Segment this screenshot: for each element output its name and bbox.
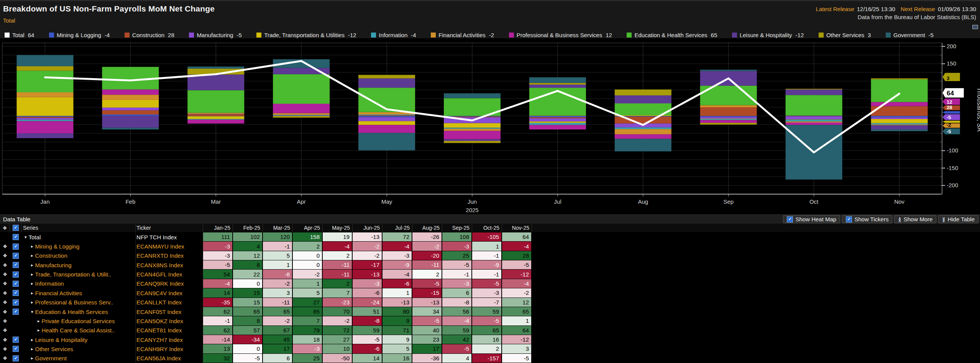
bar-segment[interactable] xyxy=(700,120,757,123)
column-header-ticker[interactable]: Ticker xyxy=(136,224,203,232)
bar-segment[interactable] xyxy=(529,77,586,83)
bar-segment[interactable] xyxy=(529,117,586,118)
series-name[interactable]: Other Services xyxy=(35,346,73,352)
table-row[interactable]: ❖▸Health Care & Social Assist..ECANET81 … xyxy=(0,326,980,335)
bar-segment[interactable] xyxy=(529,85,586,88)
row-checkbox[interactable]: ✓ xyxy=(13,299,19,306)
bar-segment[interactable] xyxy=(786,121,842,123)
bar-segment[interactable] xyxy=(871,117,928,119)
drag-handle-icon[interactable]: ❖ xyxy=(0,354,10,363)
bar-segment[interactable] xyxy=(273,117,330,118)
bar-segment[interactable] xyxy=(529,116,586,118)
bar-segment[interactable] xyxy=(871,102,928,106)
row-checkbox[interactable]: ✓ xyxy=(13,234,19,240)
bar-segment[interactable] xyxy=(786,119,842,120)
bar-segment[interactable] xyxy=(529,88,586,116)
bar-segment[interactable] xyxy=(358,121,415,125)
column-header-month[interactable]: Aug-25 xyxy=(412,224,442,232)
bar-segment[interactable] xyxy=(16,92,73,97)
bar-segment[interactable] xyxy=(700,123,757,125)
bar-segment[interactable] xyxy=(102,108,159,110)
drag-handle-icon[interactable]: ❖ xyxy=(0,270,10,279)
drag-handle-icon[interactable]: ❖ xyxy=(0,251,10,260)
expand-arrow-icon[interactable]: ▸ xyxy=(31,263,33,268)
legend-item[interactable]: Government-5 xyxy=(886,32,934,38)
bar-segment[interactable] xyxy=(187,119,244,120)
bar-segment[interactable] xyxy=(871,129,928,131)
expand-arrow-icon[interactable]: ▸ xyxy=(31,253,33,258)
table-row[interactable]: ❖✓▸InformationECANQ9RK Index-40-212-3-6-… xyxy=(0,279,980,288)
bar-segment[interactable] xyxy=(16,116,73,117)
table-row[interactable]: ❖✓▸Mining & LoggingECANMAYU Index-34-12-… xyxy=(0,242,980,251)
ticker-cell[interactable]: ECANMAYU Index xyxy=(136,242,203,251)
column-header-series[interactable]: Series xyxy=(21,224,136,232)
bar-segment[interactable] xyxy=(358,115,415,116)
table-row[interactable]: ✓▾TotalNFP TCH Index11110212015819-1372-… xyxy=(0,232,980,242)
column-header-month[interactable]: Nov-25 xyxy=(502,224,532,232)
drag-handle-icon[interactable]: ❖ xyxy=(0,242,10,251)
ticker-cell[interactable]: ECANYZH7 Index xyxy=(136,335,203,344)
column-header-month[interactable]: Oct-25 xyxy=(472,224,502,232)
column-header-month[interactable]: Sep-25 xyxy=(442,224,472,232)
bar-segment[interactable] xyxy=(615,129,671,134)
bar-segment[interactable] xyxy=(615,95,671,103)
legend-item[interactable]: Professional & Business Services12 xyxy=(509,32,612,38)
table-row[interactable]: ❖✓▾Education & Health ServicesECANF05T I… xyxy=(0,307,980,316)
ticker-cell[interactable]: ECANRXTD Index xyxy=(136,251,203,260)
bar-segment[interactable] xyxy=(102,114,159,116)
bar-segment[interactable] xyxy=(871,119,928,123)
bar-segment[interactable] xyxy=(358,78,415,88)
series-name[interactable]: Leisure & Hospitality xyxy=(35,337,88,343)
bar-segment[interactable] xyxy=(187,114,244,114)
series-name[interactable]: Trade, Transportation & Utilit.. xyxy=(35,271,112,278)
table-row[interactable]: ❖✓▸ConstructionECANRXTD Index-312502-2-3… xyxy=(0,251,980,260)
legend-item[interactable]: Other Services3 xyxy=(819,32,871,38)
bar-segment[interactable] xyxy=(16,118,73,120)
drag-handle-icon[interactable]: ❖ xyxy=(0,288,10,298)
bar-segment[interactable] xyxy=(871,123,928,125)
bar-segment[interactable] xyxy=(187,90,244,113)
drag-handle-icon[interactable]: ❖ xyxy=(0,316,10,325)
bar-segment[interactable] xyxy=(444,123,501,128)
bar-segment[interactable] xyxy=(700,105,757,107)
bar-segment[interactable] xyxy=(529,118,586,121)
bar-segment[interactable] xyxy=(358,116,415,118)
bar-segment[interactable] xyxy=(16,71,73,92)
table-row[interactable]: ❖✓▸Professional & Business Serv..ECANLLK… xyxy=(0,298,980,307)
drag-handle-icon[interactable]: ❖ xyxy=(0,307,10,316)
column-header-month[interactable]: Feb-25 xyxy=(233,224,263,232)
drag-handle-icon[interactable]: ❖ xyxy=(0,298,10,307)
expand-arrow-icon[interactable]: ▸ xyxy=(31,347,33,352)
table-row[interactable]: ❖✓▸Leisure & HospitalityECANYZH7 Index-1… xyxy=(0,335,980,344)
bar-segment[interactable] xyxy=(102,95,159,100)
expand-arrow-icon[interactable]: ▸ xyxy=(31,272,33,277)
ticker-cell[interactable]: ECAN4GFL Index xyxy=(136,270,203,279)
bar-segment[interactable] xyxy=(102,128,159,130)
legend-item[interactable]: Information-4 xyxy=(371,32,416,38)
table-control-show-more[interactable]: ∧∧Show More xyxy=(894,215,936,223)
bar-segment[interactable] xyxy=(187,116,244,116)
series-name[interactable]: Private Educational Services xyxy=(42,318,115,324)
table-row[interactable]: ❖✓▸Trade, Transportation & Utilit..ECAN4… xyxy=(0,270,980,279)
bar-segment[interactable] xyxy=(16,117,73,118)
ticker-cell[interactable]: ECAN56JA Index xyxy=(136,354,203,363)
series-name[interactable]: Professional & Business Serv.. xyxy=(35,299,113,306)
column-header-month[interactable]: Apr-25 xyxy=(293,224,323,232)
bar-segment[interactable] xyxy=(273,116,330,117)
bar-segment[interactable] xyxy=(358,133,415,150)
ticker-cell[interactable]: ECANQ9RK Index xyxy=(136,279,203,288)
expand-arrow-icon[interactable]: ▸ xyxy=(31,356,33,361)
expand-arrow-icon[interactable]: ▸ xyxy=(31,291,33,296)
bar-segment[interactable] xyxy=(700,107,757,116)
table-row[interactable]: ❖✓▸GovernmentECAN56JA Index32-5625-50141… xyxy=(0,354,980,363)
bar-segment[interactable] xyxy=(273,115,330,116)
bar-segment[interactable] xyxy=(187,113,244,114)
series-name[interactable]: Health Care & Social Assist.. xyxy=(42,327,115,334)
bar-segment[interactable] xyxy=(786,116,842,119)
bar-segment[interactable] xyxy=(273,115,330,115)
series-name[interactable]: Financial Activities xyxy=(35,290,82,296)
drag-handle-icon[interactable]: ❖ xyxy=(0,279,10,288)
legend-item[interactable]: Financial Activities-2 xyxy=(431,32,494,38)
row-checkbox[interactable]: ✓ xyxy=(13,355,19,361)
bar-segment[interactable] xyxy=(786,90,842,95)
